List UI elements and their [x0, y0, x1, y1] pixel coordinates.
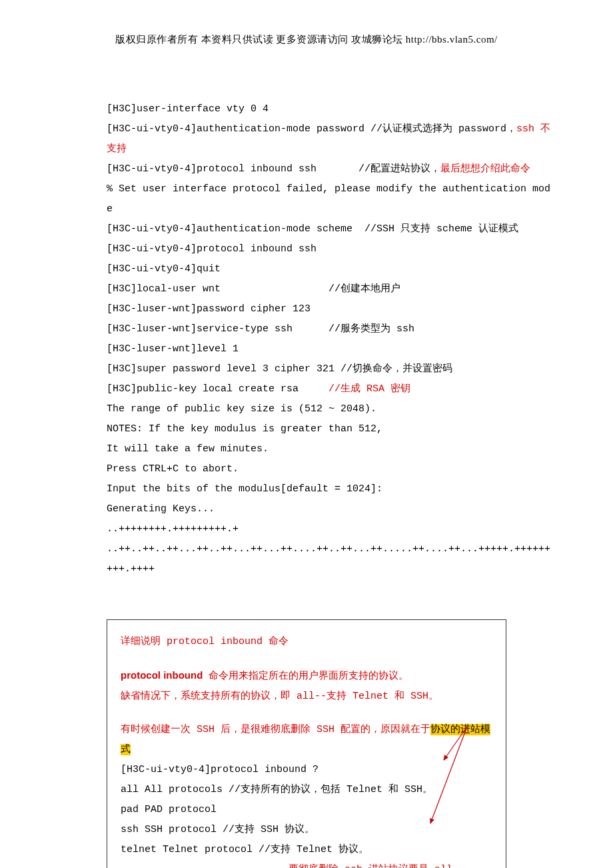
- code-line: [H3C-luser-wnt]password cipher 123: [107, 303, 310, 315]
- command-desc: 命令用来指定所在的用户界面所支持的协议。: [203, 671, 408, 682]
- code-line: Input the bits of the modulus[default = …: [107, 483, 382, 495]
- box-option: all All protocols //支持所有的协议，包括 Telnet 和 …: [121, 780, 492, 800]
- code-line: [H3C-luser-wnt]level 1: [107, 343, 239, 355]
- code-line: ..++..++..++...++..++...++...++....++..+…: [107, 543, 550, 575]
- box-option: ssh SSH protocol //支持 SSH 协议。: [121, 820, 492, 840]
- code-line: Generating Keys...: [107, 503, 215, 515]
- box-command: [H3C-ui-vty0-4]protocol inbound ?: [121, 760, 492, 780]
- code-line: [H3C-luser-wnt]service-type ssh //服务类型为 …: [107, 323, 414, 335]
- code-comment: //生成 RSA 密钥: [328, 383, 410, 395]
- box-option: telnet Telnet protocol //支持 Telnet 协议。: [121, 840, 492, 860]
- code-line: [H3C-ui-vty0-4]authentication-mode passw…: [107, 123, 516, 135]
- box-paragraph: 缺省情况下，系统支持所有的协议，即 all--支持 Telnet 和 SSH。: [121, 687, 492, 707]
- box-paragraph: 有时候创建一次 SSH 后，是很难彻底删除 SSH 配置的，原因就在于协议的进站…: [121, 720, 492, 760]
- code-line: Press CTRL+C to abort.: [107, 463, 239, 475]
- box-note: 要彻底删除 ssh 进站协议要是 all: [121, 860, 492, 868]
- code-line: [H3C]super password level 3 cipher 321 /…: [107, 363, 452, 375]
- code-line: [H3C-ui-vty0-4]protocol inbound ssh //配置…: [107, 163, 440, 175]
- code-line: [H3C-ui-vty0-4]authentication-mode schem…: [107, 223, 518, 235]
- explanation-box: 详细说明 protocol inbound 命令 protocol inboun…: [107, 619, 506, 868]
- box-paragraph: protocol inbound 命令用来指定所在的用户界面所支持的协议。: [121, 665, 492, 687]
- box-text: 有时候创建一次 SSH 后，是很难彻底删除 SSH 配置的，原因就在于: [121, 724, 430, 735]
- box-title: 详细说明 protocol inbound 命令: [121, 632, 492, 652]
- code-line: [H3C]public-key local create rsa: [107, 383, 328, 395]
- code-line: [H3C-ui-vty0-4]protocol inbound ssh: [107, 243, 316, 255]
- code-block: [H3C]user-interface vty 0 4 [H3C-ui-vty0…: [107, 79, 553, 579]
- page-header: 版权归原作者所有 本资料只供试读 更多资源请访问 攻城狮论坛 http://bb…: [40, 33, 573, 46]
- code-line: NOTES: If the key modulus is greater tha…: [107, 423, 382, 435]
- box-option: pad PAD protocol: [121, 800, 492, 820]
- code-line: The range of public key size is (512 ~ 2…: [107, 403, 376, 415]
- code-line: [H3C-ui-vty0-4]quit: [107, 263, 221, 275]
- code-line: [H3C]local-user wnt //创建本地用户: [107, 283, 400, 295]
- code-line: % Set user interface protocol failed, pl…: [107, 183, 550, 215]
- command-name: protocol inbound: [121, 669, 203, 681]
- code-line: It will take a few minutes.: [107, 443, 269, 455]
- code-comment: 最后想想介绍此命令: [440, 163, 530, 175]
- code-line: [H3C]user-interface vty 0 4: [107, 103, 269, 115]
- code-line: ..++++++++.+++++++++.+: [107, 523, 239, 535]
